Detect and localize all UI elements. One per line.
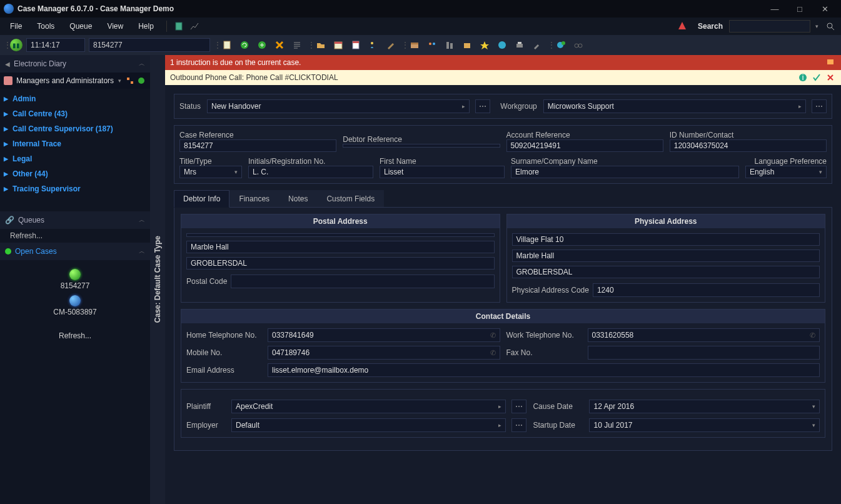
initials-input[interactable]: L. C. — [248, 166, 373, 178]
tab-finances[interactable]: Finances — [229, 190, 279, 207]
search-dropdown[interactable]: ▾ — [813, 23, 821, 29]
physical-line1[interactable]: Village Flat 10 — [512, 233, 820, 246]
managers-header[interactable]: Managers and Administrators ▾ — [0, 73, 150, 89]
world-add-icon[interactable] — [554, 38, 568, 52]
new-doc-icon[interactable] — [220, 38, 234, 52]
glasses-icon[interactable] — [572, 38, 585, 52]
check-icon[interactable] — [811, 72, 822, 83]
case-type-strip[interactable]: Case: Default Case Type — [150, 55, 165, 504]
open-case-2[interactable]: CM-5083897 — [0, 308, 150, 316]
sidebar-item-callcentre-sup[interactable]: ▶Call Centre Supervisor (187) — [0, 121, 150, 136]
phone-icon[interactable]: ✆ — [490, 331, 496, 340]
sidebar-item-legal[interactable]: ▶Legal — [0, 151, 150, 166]
open-case-1[interactable]: 8154277 — [0, 281, 150, 290]
search-input[interactable] — [729, 20, 810, 33]
add-icon[interactable] — [255, 38, 269, 52]
postal-line3[interactable]: GROBLERSDAL — [186, 257, 495, 270]
title-combo[interactable]: Mrs▾ — [179, 166, 242, 178]
tab-custom-fields[interactable]: Custom Fields — [317, 190, 384, 207]
home-tel-input[interactable]: 0337841649✆ — [268, 328, 500, 342]
sidebar-item-callcentre[interactable]: ▶Call Centre (43) — [0, 106, 150, 121]
debtor-ref-label: Debtor Reference — [343, 135, 500, 144]
sidebar-item-admin[interactable]: ▶Admin — [0, 91, 150, 106]
employer-combo[interactable]: Default▸ — [231, 418, 506, 432]
edit-icon[interactable] — [384, 38, 398, 52]
postal-line1[interactable] — [186, 233, 495, 237]
warning-icon[interactable] — [678, 21, 688, 31]
chart-icon[interactable] — [188, 20, 201, 33]
surname-input[interactable]: Elmore — [511, 166, 739, 178]
plaintiff-more-button[interactable]: ⋯ — [511, 400, 526, 413]
phone-icon[interactable]: ✆ — [810, 331, 815, 340]
menu-queue[interactable]: Queue — [63, 19, 98, 33]
menu-view[interactable]: View — [101, 19, 129, 33]
sidebar-item-tracing-sup[interactable]: ▶Tracing Supervisor — [0, 181, 150, 196]
play-button[interactable]: ▮▮ — [10, 39, 23, 51]
case-ref-input[interactable]: 8154277 — [179, 139, 336, 152]
minimize-button[interactable]: — — [762, 0, 787, 18]
print-icon[interactable] — [513, 38, 526, 52]
physical-line3[interactable]: GROBLERSDAL — [512, 266, 820, 278]
firstname-input[interactable]: Lisset — [380, 166, 505, 178]
book-icon[interactable] — [173, 20, 186, 33]
report-icon[interactable] — [349, 38, 363, 52]
tab-notes[interactable]: Notes — [279, 190, 317, 207]
info-icon[interactable]: i — [797, 72, 808, 83]
menu-file[interactable]: File — [4, 19, 28, 33]
workgroup-more-button[interactable]: ⋯ — [812, 99, 827, 113]
postal-code-input[interactable] — [231, 275, 494, 288]
align-icon[interactable] — [290, 38, 304, 52]
sidebar-item-other[interactable]: ▶Other (44) — [0, 166, 150, 181]
sync-icon[interactable] — [136, 76, 146, 86]
tools-icon[interactable] — [530, 38, 544, 52]
id-input[interactable]: 1203046375024 — [670, 139, 827, 152]
menu-tools[interactable]: Tools — [31, 19, 61, 33]
queues-refresh[interactable]: Refresh... — [0, 229, 150, 243]
menu-help[interactable]: Help — [132, 19, 160, 33]
startup-date-input[interactable]: 10 Jul 2017▾ — [589, 418, 820, 432]
folder-icon[interactable] — [314, 38, 328, 52]
search-icon[interactable] — [823, 19, 837, 33]
debtor-ref-input[interactable] — [343, 144, 500, 148]
queues-header[interactable]: 🔗 Queues ︿ — [0, 211, 150, 229]
tree-icon[interactable] — [125, 76, 135, 86]
calendar-icon[interactable] — [331, 38, 345, 52]
x-icon[interactable] — [825, 72, 836, 83]
case-orb-blue[interactable] — [69, 295, 81, 306]
cancel-icon[interactable] — [273, 38, 286, 52]
status-combo[interactable]: New Handover▸ — [207, 99, 470, 113]
archive-icon[interactable] — [408, 38, 421, 52]
acct-ref-input[interactable]: 509204219491 — [506, 139, 663, 152]
diary-header[interactable]: ◀ Electronic Diary ︿ — [0, 55, 150, 73]
user-run-icon[interactable] — [366, 38, 380, 52]
open-cases-refresh[interactable]: Refresh... — [0, 331, 150, 340]
building-icon[interactable] — [443, 38, 456, 52]
open-cases-header[interactable]: Open Cases ︿ — [0, 243, 150, 260]
refresh-icon[interactable] — [238, 38, 251, 52]
cause-date-input[interactable]: 12 Apr 2016▾ — [589, 400, 820, 413]
lang-combo[interactable]: English▾ — [745, 166, 827, 178]
close-button[interactable]: ✕ — [812, 0, 837, 18]
workgroup-combo[interactable]: Microworks Support▸ — [543, 99, 806, 113]
quick-case-input[interactable]: 8154277 — [89, 38, 210, 52]
work-tel-input[interactable]: 0331620558✆ — [588, 328, 820, 342]
team-icon[interactable] — [425, 38, 439, 52]
fax-input[interactable] — [588, 346, 820, 360]
employer-more-button[interactable]: ⋯ — [511, 418, 526, 432]
globe-icon[interactable] — [495, 38, 509, 52]
email-input[interactable]: lisset.elmore@mailbox.demo — [268, 363, 820, 377]
status-more-button[interactable]: ⋯ — [475, 99, 490, 113]
plaintiff-combo[interactable]: ApexCredit▸ — [231, 400, 506, 413]
maximize-button[interactable]: □ — [787, 0, 812, 18]
phone-icon[interactable]: ✆ — [490, 349, 496, 357]
tab-debtor-info[interactable]: Debtor Info — [174, 190, 229, 208]
physical-code-input[interactable]: 1240 — [593, 283, 820, 297]
sidebar-item-internal-trace[interactable]: ▶Internal Trace — [0, 136, 150, 151]
case-orb-green[interactable] — [69, 269, 81, 280]
package-icon[interactable] — [460, 38, 474, 52]
flag-icon[interactable] — [825, 57, 836, 68]
physical-line2[interactable]: Marble Hall — [512, 249, 820, 262]
postal-line2[interactable]: Marble Hall — [186, 241, 495, 253]
star-icon[interactable] — [478, 38, 491, 52]
mobile-input[interactable]: 047189746✆ — [268, 346, 500, 360]
